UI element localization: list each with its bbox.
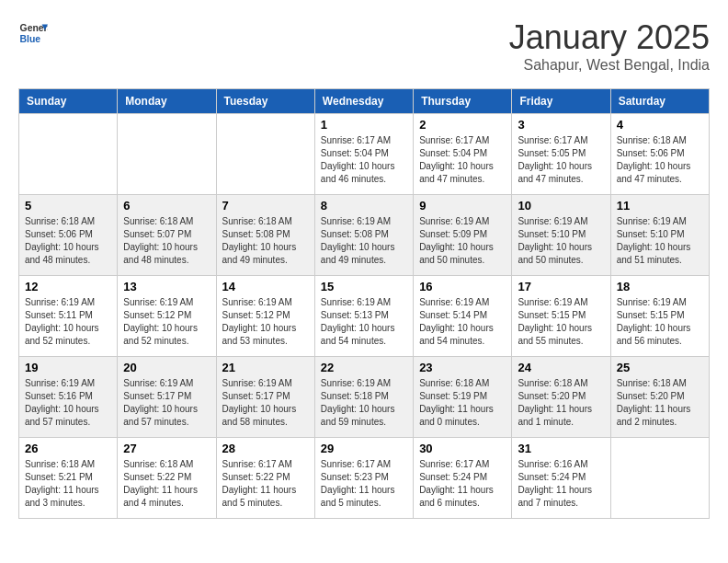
day-info: Sunrise: 6:18 AM Sunset: 5:07 PM Dayligh…	[123, 215, 210, 267]
column-header-tuesday: Tuesday	[216, 89, 314, 114]
calendar-cell: 19Sunrise: 6:19 AM Sunset: 5:16 PM Dayli…	[19, 357, 118, 438]
day-number: 30	[419, 442, 506, 455]
day-number: 18	[617, 280, 703, 293]
calendar-cell: 23Sunrise: 6:18 AM Sunset: 5:19 PM Dayli…	[414, 357, 512, 438]
day-number: 14	[222, 280, 309, 293]
calendar-cell	[118, 114, 216, 195]
calendar-week-row: 1Sunrise: 6:17 AM Sunset: 5:04 PM Daylig…	[19, 114, 710, 195]
calendar-header-row: SundayMondayTuesdayWednesdayThursdayFrid…	[19, 89, 710, 114]
column-header-wednesday: Wednesday	[314, 89, 413, 114]
calendar-cell	[610, 438, 709, 519]
calendar-cell: 1Sunrise: 6:17 AM Sunset: 5:04 PM Daylig…	[314, 114, 413, 195]
calendar-cell: 20Sunrise: 6:19 AM Sunset: 5:17 PM Dayli…	[118, 357, 216, 438]
day-info: Sunrise: 6:19 AM Sunset: 5:16 PM Dayligh…	[25, 377, 111, 429]
day-info: Sunrise: 6:17 AM Sunset: 5:24 PM Dayligh…	[419, 458, 506, 510]
day-info: Sunrise: 6:19 AM Sunset: 5:08 PM Dayligh…	[321, 215, 407, 267]
calendar-week-row: 12Sunrise: 6:19 AM Sunset: 5:11 PM Dayli…	[19, 276, 710, 357]
day-number: 6	[123, 199, 210, 213]
calendar-cell: 5Sunrise: 6:18 AM Sunset: 5:06 PM Daylig…	[19, 195, 118, 276]
day-number: 7	[222, 199, 309, 213]
calendar-cell: 21Sunrise: 6:19 AM Sunset: 5:17 PM Dayli…	[216, 357, 314, 438]
day-number: 15	[321, 280, 407, 293]
day-number: 23	[419, 361, 506, 374]
day-number: 4	[617, 118, 703, 132]
day-info: Sunrise: 6:19 AM Sunset: 5:11 PM Dayligh…	[25, 296, 111, 348]
day-number: 29	[321, 442, 407, 455]
calendar-cell: 13Sunrise: 6:19 AM Sunset: 5:12 PM Dayli…	[118, 276, 216, 357]
calendar-cell: 9Sunrise: 6:19 AM Sunset: 5:09 PM Daylig…	[414, 195, 512, 276]
day-number: 9	[419, 199, 506, 213]
day-number: 12	[25, 280, 111, 293]
day-info: Sunrise: 6:19 AM Sunset: 5:09 PM Dayligh…	[419, 215, 506, 267]
day-info: Sunrise: 6:18 AM Sunset: 5:08 PM Dayligh…	[222, 215, 309, 267]
day-info: Sunrise: 6:18 AM Sunset: 5:20 PM Dayligh…	[518, 377, 604, 429]
day-number: 2	[419, 118, 506, 132]
day-number: 10	[518, 199, 604, 213]
day-number: 28	[222, 442, 309, 455]
day-number: 1	[321, 118, 407, 132]
location-subtitle: Sahapur, West Bengal, India	[509, 57, 710, 74]
logo: General Blue	[18, 18, 48, 48]
day-number: 26	[25, 442, 111, 455]
calendar-cell: 7Sunrise: 6:18 AM Sunset: 5:08 PM Daylig…	[216, 195, 314, 276]
calendar-table: SundayMondayTuesdayWednesdayThursdayFrid…	[18, 88, 710, 519]
calendar-cell: 18Sunrise: 6:19 AM Sunset: 5:15 PM Dayli…	[610, 276, 709, 357]
day-info: Sunrise: 6:19 AM Sunset: 5:12 PM Dayligh…	[222, 296, 309, 348]
calendar-cell: 4Sunrise: 6:18 AM Sunset: 5:06 PM Daylig…	[610, 114, 709, 195]
calendar-week-row: 19Sunrise: 6:19 AM Sunset: 5:16 PM Dayli…	[19, 357, 710, 438]
day-number: 8	[321, 199, 407, 213]
day-info: Sunrise: 6:17 AM Sunset: 5:05 PM Dayligh…	[518, 134, 604, 186]
day-number: 27	[123, 442, 210, 455]
calendar-cell: 16Sunrise: 6:19 AM Sunset: 5:14 PM Dayli…	[414, 276, 512, 357]
day-number: 5	[25, 199, 111, 213]
day-info: Sunrise: 6:19 AM Sunset: 5:18 PM Dayligh…	[321, 377, 407, 429]
page-header: General Blue January 2025 Sahapur, West …	[18, 18, 710, 74]
day-number: 17	[518, 280, 604, 293]
column-header-monday: Monday	[118, 89, 216, 114]
day-info: Sunrise: 6:18 AM Sunset: 5:22 PM Dayligh…	[123, 458, 210, 510]
calendar-cell: 11Sunrise: 6:19 AM Sunset: 5:10 PM Dayli…	[610, 195, 709, 276]
calendar-cell	[19, 114, 118, 195]
day-info: Sunrise: 6:18 AM Sunset: 5:20 PM Dayligh…	[617, 377, 703, 429]
calendar-cell: 31Sunrise: 6:16 AM Sunset: 5:24 PM Dayli…	[512, 438, 610, 519]
day-info: Sunrise: 6:18 AM Sunset: 5:06 PM Dayligh…	[25, 215, 111, 267]
calendar-cell: 3Sunrise: 6:17 AM Sunset: 5:05 PM Daylig…	[512, 114, 610, 195]
calendar-cell: 12Sunrise: 6:19 AM Sunset: 5:11 PM Dayli…	[19, 276, 118, 357]
day-info: Sunrise: 6:19 AM Sunset: 5:15 PM Dayligh…	[518, 296, 604, 348]
day-info: Sunrise: 6:18 AM Sunset: 5:19 PM Dayligh…	[419, 377, 506, 429]
calendar-cell: 25Sunrise: 6:18 AM Sunset: 5:20 PM Dayli…	[610, 357, 709, 438]
day-info: Sunrise: 6:19 AM Sunset: 5:15 PM Dayligh…	[617, 296, 703, 348]
day-number: 24	[518, 361, 604, 374]
day-number: 11	[617, 199, 703, 213]
calendar-week-row: 5Sunrise: 6:18 AM Sunset: 5:06 PM Daylig…	[19, 195, 710, 276]
calendar-cell: 24Sunrise: 6:18 AM Sunset: 5:20 PM Dayli…	[512, 357, 610, 438]
title-block: January 2025 Sahapur, West Bengal, India	[509, 18, 710, 74]
svg-text:Blue: Blue	[20, 34, 41, 44]
calendar-cell: 17Sunrise: 6:19 AM Sunset: 5:15 PM Dayli…	[512, 276, 610, 357]
column-header-thursday: Thursday	[414, 89, 512, 114]
calendar-cell: 29Sunrise: 6:17 AM Sunset: 5:23 PM Dayli…	[314, 438, 413, 519]
day-number: 22	[321, 361, 407, 374]
day-info: Sunrise: 6:18 AM Sunset: 5:21 PM Dayligh…	[25, 458, 111, 510]
month-title: January 2025	[509, 18, 710, 57]
calendar-cell: 28Sunrise: 6:17 AM Sunset: 5:22 PM Dayli…	[216, 438, 314, 519]
calendar-cell: 15Sunrise: 6:19 AM Sunset: 5:13 PM Dayli…	[314, 276, 413, 357]
day-info: Sunrise: 6:19 AM Sunset: 5:14 PM Dayligh…	[419, 296, 506, 348]
day-info: Sunrise: 6:19 AM Sunset: 5:17 PM Dayligh…	[222, 377, 309, 429]
day-info: Sunrise: 6:19 AM Sunset: 5:17 PM Dayligh…	[123, 377, 210, 429]
day-number: 25	[617, 361, 703, 374]
day-info: Sunrise: 6:16 AM Sunset: 5:24 PM Dayligh…	[518, 458, 604, 510]
day-info: Sunrise: 6:19 AM Sunset: 5:13 PM Dayligh…	[321, 296, 407, 348]
day-info: Sunrise: 6:17 AM Sunset: 5:04 PM Dayligh…	[419, 134, 506, 186]
calendar-cell: 26Sunrise: 6:18 AM Sunset: 5:21 PM Dayli…	[19, 438, 118, 519]
day-number: 21	[222, 361, 309, 374]
column-header-friday: Friday	[512, 89, 610, 114]
calendar-cell: 8Sunrise: 6:19 AM Sunset: 5:08 PM Daylig…	[314, 195, 413, 276]
column-header-saturday: Saturday	[610, 89, 709, 114]
calendar-cell: 27Sunrise: 6:18 AM Sunset: 5:22 PM Dayli…	[118, 438, 216, 519]
day-number: 19	[25, 361, 111, 374]
column-header-sunday: Sunday	[19, 89, 118, 114]
day-number: 16	[419, 280, 506, 293]
calendar-cell: 22Sunrise: 6:19 AM Sunset: 5:18 PM Dayli…	[314, 357, 413, 438]
calendar-cell	[216, 114, 314, 195]
